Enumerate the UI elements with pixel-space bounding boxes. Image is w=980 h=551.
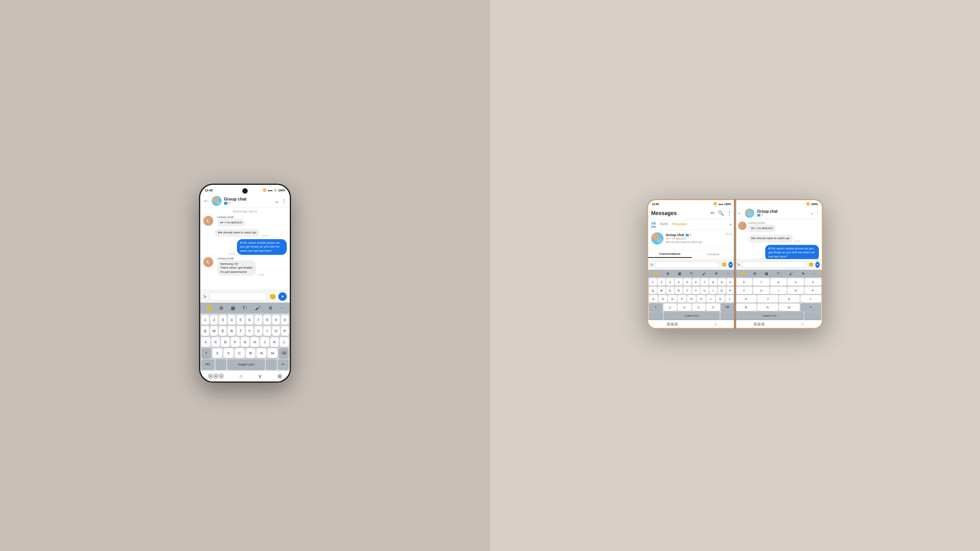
mic-tool[interactable]: 🎤 — [702, 272, 706, 276]
gif-tool[interactable]: ▦ — [765, 272, 768, 276]
key-f[interactable]: F — [678, 295, 686, 303]
key-y[interactable]: Y — [246, 326, 253, 336]
period-key[interactable]: . — [720, 312, 735, 320]
key-g[interactable]: G — [687, 295, 696, 303]
key-0[interactable]: 0 — [281, 315, 289, 325]
tab-conversations[interactable]: Conversations — [648, 251, 692, 258]
fold-right-message-input[interactable] — [742, 261, 807, 268]
key-e[interactable]: E — [666, 287, 674, 294]
key-h[interactable]: H — [736, 295, 756, 303]
key-q[interactable]: Q — [649, 287, 657, 294]
key-q[interactable]: Q — [201, 326, 209, 336]
key-l[interactable]: L — [800, 295, 821, 303]
key-t[interactable]: T — [237, 326, 244, 336]
key-8[interactable]: 8 — [709, 278, 717, 286]
more-options-icon[interactable]: ⋮ — [816, 211, 820, 215]
key-f[interactable]: F — [231, 337, 240, 347]
key-7[interactable]: 7 — [701, 278, 709, 286]
key-c[interactable]: C — [235, 348, 245, 358]
home-button[interactable]: ○ — [714, 322, 717, 326]
more-icon[interactable]: ⋮ — [727, 210, 732, 216]
lang-key[interactable]: ‹ English (US) › — [736, 312, 804, 320]
apps-button[interactable]: ⊞ — [278, 373, 282, 379]
recents-button[interactable]: ⦿⦿⦿ — [666, 322, 678, 326]
settings-icon[interactable]: ⚙ — [268, 305, 273, 311]
key-6[interactable]: 6 — [246, 315, 253, 325]
key-c[interactable]: C — [692, 303, 706, 311]
key-a[interactable]: A — [649, 295, 658, 303]
tab-promotion[interactable]: Promotion — [673, 222, 687, 227]
home-button[interactable]: ○ — [240, 373, 243, 379]
enter-key[interactable]: ↵ — [278, 359, 289, 369]
translate-tool[interactable]: T↑ — [690, 272, 694, 276]
send-button[interactable]: ➤ — [728, 262, 733, 268]
fold-message-input[interactable] — [655, 261, 720, 268]
key-i[interactable]: I — [770, 287, 787, 294]
key-o[interactable]: O — [718, 287, 726, 294]
backspace-key[interactable]: ⌫ — [721, 303, 735, 311]
recents-button[interactable]: ⦿⦿⦿ — [208, 373, 224, 379]
key-w[interactable]: W — [658, 287, 666, 294]
send-button[interactable]: ➤ — [815, 262, 820, 268]
send-button[interactable]: ➤ — [278, 292, 287, 301]
key-7[interactable]: 7 — [753, 278, 769, 286]
translate-tool[interactable]: T↑ — [777, 272, 781, 276]
expand-icon[interactable]: > — [650, 262, 653, 267]
translate-icon[interactable]: T↑ — [242, 305, 247, 311]
sticker-tool[interactable]: ⊞ — [666, 272, 670, 276]
chevron-down-icon[interactable]: ⌄ — [810, 211, 813, 215]
key-0[interactable]: 0 — [727, 278, 735, 286]
key-d[interactable]: D — [221, 337, 230, 347]
key-s[interactable]: S — [658, 295, 667, 303]
mic-tool[interactable]: 🎤 — [789, 272, 793, 276]
back-nav-button[interactable]: ∨ — [258, 373, 262, 379]
key-x[interactable]: X — [678, 303, 691, 311]
list-item[interactable]: Group chat 👥 4 Hi~! I'm BACK!!! We shoul… — [648, 230, 735, 247]
key-1[interactable]: 1 — [201, 315, 209, 325]
key-n[interactable]: N — [757, 303, 778, 311]
gif-tool[interactable]: ▦ — [678, 272, 681, 276]
home-button[interactable]: ○ — [801, 322, 804, 326]
key-8[interactable]: 8 — [770, 278, 787, 286]
key-9[interactable]: 9 — [272, 315, 280, 325]
key-u[interactable]: U — [701, 287, 709, 294]
key-y[interactable]: Y — [736, 287, 752, 294]
search-icon[interactable]: 🔍 — [718, 210, 724, 216]
key-j[interactable]: J — [260, 337, 269, 347]
period-key[interactable]: . — [804, 312, 821, 320]
sticker-tool[interactable]: ⊞ — [753, 272, 756, 276]
key-9[interactable]: 9 — [787, 278, 804, 286]
key-r[interactable]: R — [675, 287, 683, 294]
key-l[interactable]: L — [280, 337, 289, 347]
key-g[interactable]: G — [241, 337, 250, 347]
key-a[interactable]: A — [201, 337, 210, 347]
key-u[interactable]: U — [255, 326, 262, 336]
key-b[interactable]: B — [736, 303, 756, 311]
key-u[interactable]: U — [753, 287, 769, 294]
key-t[interactable]: T — [683, 287, 691, 294]
key-j[interactable]: J — [706, 295, 715, 303]
key-i[interactable]: I — [263, 326, 271, 336]
emoji-icon[interactable]: 🙂 — [722, 262, 727, 267]
key-s[interactable]: S — [211, 337, 220, 347]
more-options-icon[interactable]: ⋮ — [281, 198, 287, 204]
period-key[interactable]: . — [266, 359, 277, 369]
emoji-tool[interactable]: 🙂 — [741, 272, 745, 276]
backspace-key[interactable]: ⌫ — [279, 348, 289, 358]
key-k[interactable]: K — [270, 337, 279, 347]
key-5[interactable]: 5 — [237, 315, 244, 325]
key-h[interactable]: H — [250, 337, 259, 347]
key-x[interactable]: X — [224, 348, 234, 358]
key-k[interactable]: K — [716, 295, 725, 303]
key-6[interactable]: 6 — [736, 278, 752, 286]
key-3[interactable]: 3 — [219, 315, 227, 325]
key-e[interactable]: E — [219, 326, 227, 336]
key-p[interactable]: P — [727, 287, 735, 294]
back-button[interactable]: ← — [203, 197, 209, 204]
shift-key[interactable]: ⇧ — [649, 303, 663, 311]
more-tool[interactable]: ··· — [813, 272, 816, 276]
sticker-icon[interactable]: ⊞ — [219, 305, 223, 311]
key-j[interactable]: J — [757, 295, 778, 303]
key-p[interactable]: P — [281, 326, 289, 336]
key-o[interactable]: O — [272, 326, 280, 336]
